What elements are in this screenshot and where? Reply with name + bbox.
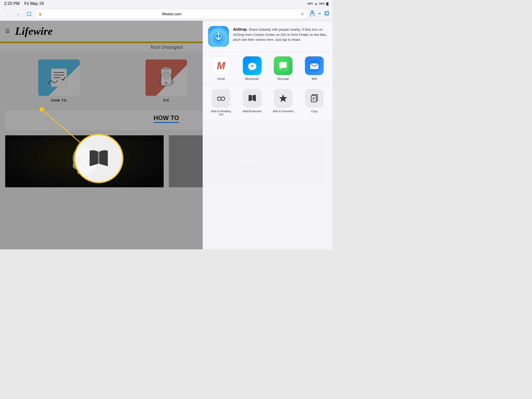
svg-marker-35 <box>279 94 287 102</box>
action-row: Add to ReadingList Add Bookmark Add to F… <box>203 85 332 120</box>
url-bar[interactable]: 🔒 lifewire.com ↻ <box>36 10 307 18</box>
nav-bar: ‹ › 🔒 lifewire.com ↻ + <box>0 7 332 21</box>
copy-label: Copy <box>311 110 318 113</box>
copy-icon-bg <box>305 89 324 108</box>
share-button[interactable] <box>309 10 315 17</box>
copy-item[interactable]: Copy <box>299 89 330 116</box>
message-label: Message <box>277 77 289 80</box>
lock-icon: 🔒 <box>38 12 42 16</box>
mail-icon <box>305 56 324 75</box>
reload-button[interactable]: ↻ <box>301 12 304 16</box>
add-tab-button[interactable]: + <box>318 11 321 17</box>
status-time: 2:20 PM Fri May 24 <box>4 1 44 6</box>
messenger-icon <box>243 56 262 75</box>
glasses-icon <box>216 94 226 103</box>
messenger-app-item[interactable]: Messenger <box>237 56 268 80</box>
favorites-icon-bg <box>274 89 292 108</box>
reading-list-label: Add to ReadingList <box>211 110 231 116</box>
add-to-reading-list-item[interactable]: Add to ReadingList <box>205 89 237 116</box>
favorites-label: Add to Favorites <box>273 110 294 113</box>
share-sheet: AirDrop. Share instantly with people nea… <box>203 21 332 249</box>
url-text: lifewire.com <box>44 12 300 16</box>
battery-icon: 58% <box>319 2 325 5</box>
gmail-label: Gmail <box>217 77 225 80</box>
mail-app-item[interactable]: Mail <box>299 56 330 80</box>
gmail-icon: M <box>212 56 230 75</box>
status-icons: WiFi ▲ 58% ▓ <box>307 2 328 5</box>
bookmarks-button[interactable] <box>25 10 33 18</box>
message-app-item[interactable]: Message <box>268 56 299 80</box>
svg-line-31 <box>217 97 219 98</box>
copy-icon <box>310 94 319 103</box>
airdrop-section: AirDrop. Share instantly with people nea… <box>203 21 332 52</box>
status-bar: 2:20 PM Fri May 24 WiFi ▲ 58% ▓ <box>0 0 332 7</box>
book-open-icon <box>248 94 257 103</box>
reading-list-icon-bg <box>212 89 230 108</box>
gmail-app-item[interactable]: M Gmail <box>205 56 237 80</box>
forward-button[interactable]: › <box>14 10 22 18</box>
mail-label: Mail <box>312 77 317 80</box>
svg-line-32 <box>223 97 225 98</box>
messenger-label: Messenger <box>245 77 259 80</box>
svg-rect-1 <box>325 12 328 15</box>
message-icon <box>274 56 292 75</box>
star-icon <box>278 94 288 103</box>
signal-icon: ▲ <box>315 2 317 5</box>
add-to-favorites-item[interactable]: Add to Favorites <box>268 89 299 116</box>
airdrop-text: AirDrop. Share instantly with people nea… <box>233 26 327 42</box>
app-row: M Gmail Messenger <box>203 52 332 85</box>
tabs-button[interactable] <box>324 11 329 17</box>
airdrop-icon <box>208 26 229 47</box>
back-button[interactable]: ‹ <box>3 10 11 18</box>
airdrop-title: AirDrop. <box>233 27 248 31</box>
bookmark-icon-bg <box>243 89 262 108</box>
nav-actions: + <box>309 10 329 17</box>
add-bookmark-item[interactable]: Add Bookmark <box>237 89 268 116</box>
wifi-icon: WiFi <box>307 2 313 5</box>
add-bookmark-label: Add Bookmark <box>243 110 262 113</box>
battery-visual: ▓ <box>326 2 328 5</box>
